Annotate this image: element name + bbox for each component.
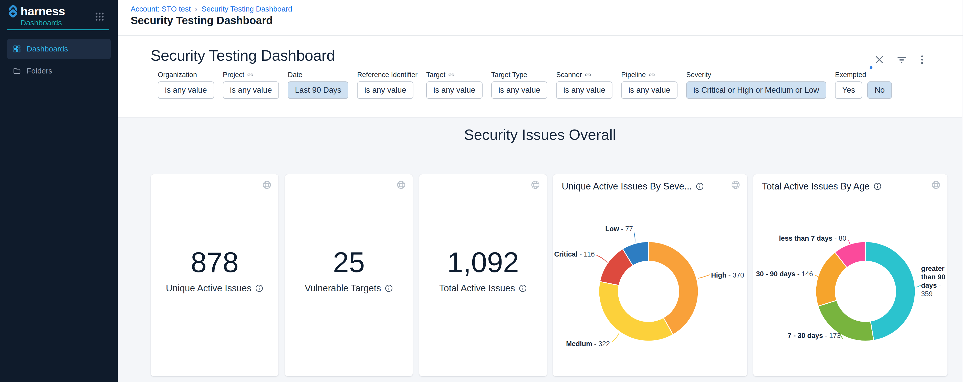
filter-label: Scanner — [556, 71, 582, 79]
app-root: harness Dashboards Dashboards — [0, 0, 980, 382]
globe-icon[interactable] — [731, 180, 740, 190]
donut-label-7---30-days: 7 - 30 days - 173 — [788, 331, 841, 340]
globe-icon[interactable] — [530, 180, 540, 190]
filter-organization: Organization is any value — [158, 70, 214, 99]
info-icon[interactable] — [873, 182, 882, 191]
filter-label: Organization — [158, 71, 197, 79]
leader-line — [634, 232, 635, 243]
filter-label: Target Type — [491, 71, 527, 79]
breadcrumb: Account: STO test › Security Testing Das… — [130, 5, 292, 13]
leader-line — [612, 333, 619, 342]
filter-scanner-value[interactable]: is any value — [556, 81, 612, 99]
donut-segment-greater-than-90-days[interactable] — [865, 242, 915, 340]
filter-target-value[interactable]: is any value — [426, 81, 482, 99]
filter-icon[interactable] — [896, 54, 907, 65]
donut-label-high: High - 370 — [711, 271, 744, 280]
filter-label: Pipeline — [621, 71, 646, 79]
filter-exempted-yes[interactable]: Yes — [835, 81, 862, 99]
filter-date: Date Last 90 Days — [288, 70, 348, 99]
page-title: Security Testing Dashboard — [130, 14, 273, 27]
filter-scanner: Scanner is any value — [556, 70, 612, 99]
globe-icon[interactable] — [262, 180, 272, 190]
scrollbar-track[interactable] — [963, 0, 980, 382]
harness-logo: harness — [7, 4, 65, 18]
dashboard-filter-panel: Security Testing Dashboard — [118, 36, 962, 117]
globe-icon[interactable] — [931, 180, 941, 190]
tile-unique-active-issues: 878 Unique Active Issues — [151, 174, 279, 376]
tile-total-active-issues: 1,092 Total Active Issues — [419, 174, 547, 376]
donut-label-critical: Critical - 116 — [554, 250, 595, 258]
chart-title: Unique Active Issues By Seve... — [562, 181, 692, 192]
filter-target: Target is any value — [426, 70, 482, 99]
filter-exempted-no[interactable]: No — [867, 81, 892, 99]
chart-title: Total Active Issues By Age — [762, 181, 870, 192]
stat-label: Vulnerable Targets — [305, 283, 381, 294]
leader-line — [916, 285, 921, 287]
leader-line — [597, 255, 607, 263]
link-icon — [584, 71, 592, 78]
close-icon[interactable] — [874, 54, 885, 65]
folder-icon — [13, 67, 21, 75]
stat-label: Unique Active Issues — [166, 283, 251, 294]
filter-organization-value[interactable]: is any value — [158, 81, 214, 99]
filter-date-value[interactable]: Last 90 Days — [288, 81, 348, 99]
info-icon[interactable] — [385, 284, 393, 293]
breadcrumb-current-link[interactable]: Security Testing Dashboard — [202, 5, 292, 13]
filter-target-type: Target Type is any value — [491, 70, 547, 99]
dashboard-title: Security Testing Dashboard — [151, 47, 335, 64]
filter-severity-value[interactable]: is Critical or High or Medium or Low — [686, 81, 826, 99]
tile-total-active-issues-by-age: Total Active Issues By Age greater than … — [753, 174, 948, 376]
donut-segment-medium[interactable] — [599, 281, 673, 341]
donut-label-medium: Medium - 322 — [566, 340, 610, 348]
info-icon[interactable] — [255, 284, 264, 293]
leader-line — [698, 275, 710, 278]
stat-value: 1,092 — [419, 248, 547, 277]
filter-label: Exempted — [835, 71, 866, 79]
stat-value: 878 — [151, 248, 278, 277]
filter-label: Reference Identifier — [357, 71, 417, 79]
filter-label: Severity — [686, 71, 711, 79]
harness-logo-icon — [7, 5, 19, 17]
app-grid-icon[interactable] — [95, 12, 105, 22]
sidebar-item-dashboards[interactable]: Dashboards — [7, 39, 111, 59]
donut-label-less-than-7-days: less than 7 days - 80 — [779, 234, 846, 243]
kebab-menu-icon[interactable] — [916, 54, 928, 65]
link-icon — [247, 71, 254, 78]
info-icon[interactable] — [519, 284, 527, 293]
tile-vulnerable-targets: 25 Vulnerable Targets — [285, 174, 413, 376]
module-underline — [7, 29, 109, 30]
globe-icon[interactable] — [396, 180, 406, 190]
donut-label-low: Low - 77 — [605, 225, 633, 233]
breadcrumb-separator: › — [195, 5, 197, 13]
donut-label-greater-than-90-days: greater than 90 days - 359 — [921, 265, 947, 298]
info-icon[interactable] — [695, 182, 704, 191]
filter-reference-identifier-value[interactable]: is any value — [357, 81, 414, 99]
filter-project-value[interactable]: is any value — [223, 81, 279, 99]
sidebar-nav: Dashboards Folders — [7, 39, 111, 80]
breadcrumb-account-link[interactable]: Account: STO test — [130, 5, 191, 13]
leader-line — [815, 275, 818, 277]
filter-target-type-value[interactable]: is any value — [491, 81, 547, 99]
link-icon — [648, 71, 655, 78]
leader-line — [848, 240, 850, 244]
filter-pipeline-value[interactable]: is any value — [621, 81, 678, 99]
filter-label: Project — [223, 71, 244, 79]
sidebar-item-folders[interactable]: Folders — [7, 62, 111, 80]
donut-label-30---90-days: 30 - 90 days - 146 — [756, 270, 813, 278]
sidebar-item-label: Folders — [27, 67, 52, 75]
stat-label: Total Active Issues — [439, 283, 515, 294]
link-icon — [448, 71, 455, 78]
filter-reference-identifier: Reference Identifier is any value — [357, 70, 417, 99]
filter-project: Project is any value — [223, 70, 279, 99]
filters-row: Organization is any value Project is any… — [158, 70, 892, 99]
logo-text: harness — [21, 4, 65, 18]
stat-value: 25 — [285, 248, 413, 277]
top-header: Account: STO test › Security Testing Das… — [118, 0, 980, 36]
filter-label: Target — [426, 71, 445, 79]
tile-unique-active-issues-by-severity: Unique Active Issues By Seve... High - 3… — [553, 174, 748, 376]
cursor-artifact — [870, 66, 873, 70]
filter-label: Date — [288, 71, 302, 79]
sidebar: harness Dashboards Dashboards — [0, 0, 118, 382]
dashboard-canvas: Security Testing Dashboard — [118, 36, 962, 382]
sidebar-item-label: Dashboards — [27, 44, 68, 53]
